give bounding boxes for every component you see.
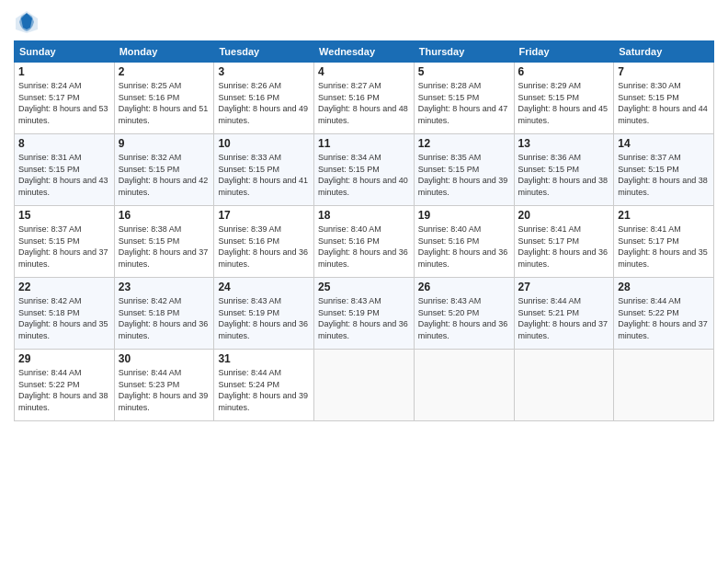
day-detail: Sunrise: 8:42 AMSunset: 5:18 PMDaylight:…: [18, 295, 110, 341]
day-number: 27: [518, 281, 610, 293]
day-cell: 31 Sunrise: 8:44 AMSunset: 5:24 PMDaylig…: [214, 350, 314, 421]
day-detail: Sunrise: 8:38 AMSunset: 5:15 PMDaylight:…: [119, 224, 210, 270]
weekday-wednesday: Wednesday: [314, 41, 415, 63]
day-number: 3: [218, 65, 310, 78]
day-detail: Sunrise: 8:44 AMSunset: 5:21 PMDaylight:…: [518, 295, 610, 341]
day-number: 26: [418, 281, 510, 293]
day-number: 4: [318, 65, 410, 78]
day-number: 23: [119, 281, 210, 293]
day-cell: 22 Sunrise: 8:42 AMSunset: 5:18 PMDaylig…: [15, 278, 115, 350]
day-detail: Sunrise: 8:39 AMSunset: 5:16 PMDaylight:…: [218, 224, 310, 270]
day-number: 5: [418, 65, 510, 78]
day-detail: Sunrise: 8:44 AMSunset: 5:22 PMDaylight:…: [18, 367, 110, 413]
day-cell: 24 Sunrise: 8:43 AMSunset: 5:19 PMDaylig…: [214, 278, 314, 350]
day-detail: Sunrise: 8:44 AMSunset: 5:24 PMDaylight:…: [218, 367, 310, 413]
weekday-tuesday: Tuesday: [214, 41, 314, 63]
day-number: 7: [618, 65, 710, 78]
day-number: 13: [518, 137, 610, 150]
day-number: 25: [318, 281, 410, 293]
day-detail: Sunrise: 8:41 AMSunset: 5:17 PMDaylight:…: [618, 224, 710, 270]
weekday-sunday: Sunday: [15, 41, 115, 63]
weekday-saturday: Saturday: [614, 41, 714, 63]
day-number: 30: [119, 352, 210, 365]
day-cell: 18 Sunrise: 8:40 AMSunset: 5:16 PMDaylig…: [314, 206, 415, 278]
weekday-thursday: Thursday: [414, 41, 514, 63]
week-row-1: 1 Sunrise: 8:24 AMSunset: 5:17 PMDayligh…: [15, 63, 714, 134]
day-cell: 11 Sunrise: 8:34 AMSunset: 5:15 PMDaylig…: [314, 134, 415, 206]
day-detail: Sunrise: 8:37 AMSunset: 5:15 PMDaylight:…: [18, 224, 110, 270]
day-detail: Sunrise: 8:41 AMSunset: 5:17 PMDaylight:…: [518, 224, 610, 270]
day-number: 12: [418, 137, 510, 150]
day-number: 16: [119, 209, 210, 222]
day-cell: 27 Sunrise: 8:44 AMSunset: 5:21 PMDaylig…: [514, 278, 614, 350]
day-detail: Sunrise: 8:28 AMSunset: 5:15 PMDaylight:…: [418, 80, 510, 126]
day-detail: Sunrise: 8:43 AMSunset: 5:20 PMDaylight:…: [418, 295, 510, 341]
day-cell: 6 Sunrise: 8:29 AMSunset: 5:15 PMDayligh…: [514, 63, 614, 134]
calendar-table: SundayMondayTuesdayWednesdayThursdayFrid…: [14, 40, 714, 421]
weekday-header-row: SundayMondayTuesdayWednesdayThursdayFrid…: [15, 41, 714, 63]
day-detail: Sunrise: 8:43 AMSunset: 5:19 PMDaylight:…: [318, 295, 410, 341]
day-cell: 19 Sunrise: 8:40 AMSunset: 5:16 PMDaylig…: [414, 206, 514, 278]
day-detail: Sunrise: 8:33 AMSunset: 5:15 PMDaylight:…: [218, 152, 310, 198]
day-cell: 23 Sunrise: 8:42 AMSunset: 5:18 PMDaylig…: [114, 278, 214, 350]
week-row-2: 8 Sunrise: 8:31 AMSunset: 5:15 PMDayligh…: [15, 134, 714, 206]
day-detail: Sunrise: 8:25 AMSunset: 5:16 PMDaylight:…: [119, 80, 210, 126]
day-detail: Sunrise: 8:31 AMSunset: 5:15 PMDaylight:…: [18, 152, 110, 198]
day-detail: Sunrise: 8:30 AMSunset: 5:15 PMDaylight:…: [618, 80, 710, 126]
day-detail: Sunrise: 8:40 AMSunset: 5:16 PMDaylight:…: [418, 224, 510, 270]
day-cell: 8 Sunrise: 8:31 AMSunset: 5:15 PMDayligh…: [15, 134, 115, 206]
day-detail: Sunrise: 8:35 AMSunset: 5:15 PMDaylight:…: [418, 152, 510, 198]
logo-icon: [14, 9, 40, 35]
day-number: 1: [18, 65, 110, 78]
day-cell: 17 Sunrise: 8:39 AMSunset: 5:16 PMDaylig…: [214, 206, 314, 278]
weekday-friday: Friday: [514, 41, 614, 63]
day-cell: 28 Sunrise: 8:44 AMSunset: 5:22 PMDaylig…: [614, 278, 714, 350]
day-number: 29: [18, 352, 110, 365]
day-cell: 1 Sunrise: 8:24 AMSunset: 5:17 PMDayligh…: [15, 63, 115, 134]
day-cell: [314, 350, 415, 421]
day-cell: [414, 350, 514, 421]
day-number: 17: [218, 209, 310, 222]
day-cell: 5 Sunrise: 8:28 AMSunset: 5:15 PMDayligh…: [414, 63, 514, 134]
day-number: 28: [618, 281, 710, 293]
day-number: 10: [218, 137, 310, 150]
day-number: 8: [18, 137, 110, 150]
day-detail: Sunrise: 8:29 AMSunset: 5:15 PMDaylight:…: [518, 80, 610, 126]
weekday-monday: Monday: [114, 41, 214, 63]
day-number: 22: [18, 281, 110, 293]
day-cell: 3 Sunrise: 8:26 AMSunset: 5:16 PMDayligh…: [214, 63, 314, 134]
week-row-4: 22 Sunrise: 8:42 AMSunset: 5:18 PMDaylig…: [15, 278, 714, 350]
day-detail: Sunrise: 8:32 AMSunset: 5:15 PMDaylight:…: [119, 152, 210, 198]
day-number: 18: [318, 209, 410, 222]
day-detail: Sunrise: 8:43 AMSunset: 5:19 PMDaylight:…: [218, 295, 310, 341]
day-number: 31: [218, 352, 310, 365]
day-cell: [614, 350, 714, 421]
day-cell: 4 Sunrise: 8:27 AMSunset: 5:16 PMDayligh…: [314, 63, 415, 134]
header: [14, 9, 714, 35]
day-cell: 20 Sunrise: 8:41 AMSunset: 5:17 PMDaylig…: [514, 206, 614, 278]
day-cell: 29 Sunrise: 8:44 AMSunset: 5:22 PMDaylig…: [15, 350, 115, 421]
day-cell: 10 Sunrise: 8:33 AMSunset: 5:15 PMDaylig…: [214, 134, 314, 206]
day-detail: Sunrise: 8:36 AMSunset: 5:15 PMDaylight:…: [518, 152, 610, 198]
day-cell: 13 Sunrise: 8:36 AMSunset: 5:15 PMDaylig…: [514, 134, 614, 206]
day-number: 24: [218, 281, 310, 293]
day-cell: 14 Sunrise: 8:37 AMSunset: 5:15 PMDaylig…: [614, 134, 714, 206]
day-detail: Sunrise: 8:26 AMSunset: 5:16 PMDaylight:…: [218, 80, 310, 126]
day-number: 15: [18, 209, 110, 222]
day-number: 2: [119, 65, 210, 78]
day-cell: 26 Sunrise: 8:43 AMSunset: 5:20 PMDaylig…: [414, 278, 514, 350]
day-detail: Sunrise: 8:27 AMSunset: 5:16 PMDaylight:…: [318, 80, 410, 126]
day-cell: 9 Sunrise: 8:32 AMSunset: 5:15 PMDayligh…: [114, 134, 214, 206]
day-detail: Sunrise: 8:44 AMSunset: 5:22 PMDaylight:…: [618, 295, 710, 341]
day-cell: 25 Sunrise: 8:43 AMSunset: 5:19 PMDaylig…: [314, 278, 415, 350]
day-detail: Sunrise: 8:40 AMSunset: 5:16 PMDaylight:…: [318, 224, 410, 270]
day-cell: 21 Sunrise: 8:41 AMSunset: 5:17 PMDaylig…: [614, 206, 714, 278]
day-cell: 7 Sunrise: 8:30 AMSunset: 5:15 PMDayligh…: [614, 63, 714, 134]
day-number: 11: [318, 137, 410, 150]
day-cell: 12 Sunrise: 8:35 AMSunset: 5:15 PMDaylig…: [414, 134, 514, 206]
day-detail: Sunrise: 8:37 AMSunset: 5:15 PMDaylight:…: [618, 152, 710, 198]
day-detail: Sunrise: 8:44 AMSunset: 5:23 PMDaylight:…: [119, 367, 210, 413]
day-cell: [514, 350, 614, 421]
day-cell: 16 Sunrise: 8:38 AMSunset: 5:15 PMDaylig…: [114, 206, 214, 278]
day-detail: Sunrise: 8:34 AMSunset: 5:15 PMDaylight:…: [318, 152, 410, 198]
